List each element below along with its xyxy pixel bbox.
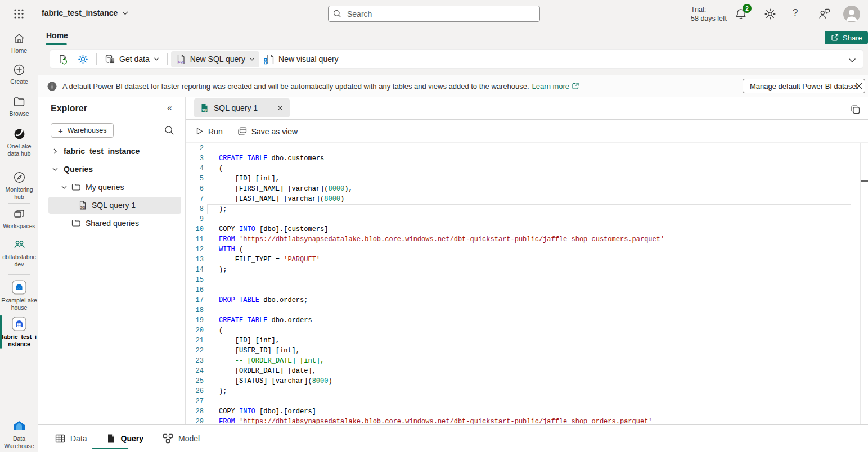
code-line[interactable]: 28COPY INTO [dbo].[orders] bbox=[186, 406, 860, 417]
plus-icon: + bbox=[58, 126, 63, 135]
code-line[interactable]: 25 [STATUS] [varchar](8000) bbox=[186, 376, 860, 386]
workspace-people-icon bbox=[13, 238, 26, 251]
code-line[interactable]: 18 bbox=[186, 305, 860, 315]
run-play-icon bbox=[195, 127, 204, 135]
tree-item-queries[interactable]: Queries bbox=[48, 161, 181, 178]
code-line[interactable]: 17DROP TABLE dbo.orders; bbox=[186, 295, 860, 305]
manage-default-dataset-button[interactable]: Manage default Power BI dataset bbox=[743, 79, 865, 93]
share-button[interactable]: Share bbox=[825, 31, 868, 44]
code-line[interactable]: 12WITH ( bbox=[186, 245, 860, 255]
code-line[interactable]: 11FROM 'https://dbtlabsynapsedatalake.bl… bbox=[186, 234, 860, 245]
code-line[interactable]: 23 -- [ORDER_DATE] [int], bbox=[186, 356, 860, 366]
warehouse-icon bbox=[12, 317, 26, 331]
tree-item-sql-query-1[interactable]: SQL SQL query 1 bbox=[48, 197, 181, 214]
rail-item-onelake-data-hub[interactable]: OneLake data hub bbox=[0, 128, 38, 157]
code-line[interactable]: 10COPY INTO [dbo].[customers] bbox=[186, 224, 860, 234]
avatar[interactable] bbox=[843, 6, 860, 22]
rail-item-monitoring-hub[interactable]: Monitoring hub bbox=[0, 171, 38, 201]
rail-divider bbox=[8, 274, 30, 275]
run-button[interactable]: Run bbox=[195, 127, 223, 136]
rail-item-create[interactable]: Create bbox=[0, 64, 38, 85]
code-line[interactable]: 19CREATE TABLE dbo.orders bbox=[186, 315, 860, 326]
view-tab-data[interactable]: Data bbox=[55, 425, 87, 452]
feedback-icon[interactable] bbox=[818, 8, 830, 20]
code-line[interactable]: 4( bbox=[186, 164, 860, 174]
rail-item-examplelakehouse[interactable]: ExampleLakehouse bbox=[0, 280, 38, 311]
code-line[interactable]: 29FROM 'https://dbtlabsynapsedatalake.bl… bbox=[186, 417, 860, 424]
refresh-button[interactable] bbox=[53, 51, 73, 67]
code-line[interactable]: 16 bbox=[186, 285, 860, 295]
learn-more-link[interactable]: Learn more bbox=[532, 82, 579, 91]
ribbon-collapse-chevron-icon[interactable] bbox=[848, 58, 856, 63]
help-icon[interactable]: ? bbox=[793, 7, 798, 19]
workspace-switcher[interactable]: fabric_test_instance bbox=[42, 8, 128, 17]
person-icon bbox=[843, 6, 860, 22]
warehouses-label: Warehouses bbox=[68, 126, 107, 134]
tab-close-icon[interactable] bbox=[276, 104, 284, 112]
copy-icon[interactable] bbox=[851, 105, 861, 115]
get-data-button[interactable]: Get data bbox=[100, 51, 164, 67]
code-line[interactable]: 21 [ID] [int], bbox=[186, 336, 860, 346]
line-number: 21 bbox=[186, 336, 204, 346]
code-line[interactable]: 3CREATE TABLE dbo.customers bbox=[186, 153, 860, 164]
line-number: 5 bbox=[186, 174, 204, 184]
rail-item-workspaces[interactable]: Workspaces bbox=[0, 208, 38, 230]
code-line[interactable]: 9 bbox=[186, 214, 860, 224]
tree-item-shared-queries[interactable]: Shared queries bbox=[48, 215, 181, 232]
banner-close-icon[interactable] bbox=[854, 81, 864, 91]
line-number: 20 bbox=[186, 326, 204, 336]
code-line[interactable]: 5 [ID] [int], bbox=[186, 174, 860, 184]
tree-item-root-warehouse[interactable]: fabric_test_instance bbox=[48, 143, 181, 160]
tab-home[interactable]: Home bbox=[46, 31, 68, 40]
code-line[interactable]: 8); bbox=[186, 204, 860, 214]
editor-overview-ruler[interactable] bbox=[860, 143, 861, 424]
home-tab-active-indicator bbox=[46, 43, 67, 45]
rail-item-dbtlabsfabricdev[interactable]: dbtlabsfabricdev bbox=[0, 238, 38, 268]
line-number: 22 bbox=[186, 346, 204, 356]
code-line[interactable]: 2 bbox=[186, 143, 860, 153]
tree-shared-queries-label: Shared queries bbox=[86, 219, 139, 228]
chevron-down-icon bbox=[52, 166, 59, 173]
query-document-icon bbox=[106, 433, 116, 444]
settings-blue-gear-icon bbox=[78, 54, 88, 65]
code-line[interactable]: 15 bbox=[186, 275, 860, 285]
code-line[interactable]: 13 FILE_TYPE = 'PARQUET' bbox=[186, 255, 860, 265]
settings-button[interactable] bbox=[73, 51, 93, 67]
save-view-icon bbox=[237, 126, 247, 136]
code-line[interactable]: 26); bbox=[186, 386, 860, 396]
top-app-bar: fabric_test_instance Trial: 58 days left… bbox=[0, 0, 868, 28]
code-line[interactable]: 24 [ORDER_DATE] [date], bbox=[186, 366, 860, 376]
code-line[interactable]: 22 [USER_ID] [int], bbox=[186, 346, 860, 356]
fabric-app-window: fabric_test_instance Trial: 58 days left… bbox=[0, 0, 868, 452]
explorer-collapse-icon[interactable]: « bbox=[167, 103, 172, 113]
rail-item-browse[interactable]: Browse bbox=[0, 96, 38, 117]
query-tab-active-indicator bbox=[92, 448, 128, 449]
code-line[interactable]: 20( bbox=[186, 326, 860, 336]
explorer-search-icon[interactable] bbox=[164, 125, 174, 135]
chevron-down-icon bbox=[61, 184, 68, 191]
code-line[interactable]: 6 [FIRST_NAME] [varchar](8000), bbox=[186, 184, 860, 194]
code-line[interactable]: 14); bbox=[186, 265, 860, 275]
new-visual-query-button[interactable]: New visual query bbox=[259, 51, 343, 67]
search-input[interactable] bbox=[346, 9, 535, 19]
add-warehouses-button[interactable]: + Warehouses bbox=[51, 123, 114, 138]
onelake-icon bbox=[13, 128, 26, 141]
app-launcher-icon[interactable] bbox=[14, 8, 24, 19]
line-number: 14 bbox=[186, 265, 204, 275]
code-line[interactable]: 7 [LAST_NAME] [varchar](8000) bbox=[186, 194, 860, 204]
code-area[interactable]: 23CREATE TABLE dbo.customers4(5 [ID] [in… bbox=[186, 143, 860, 424]
rail-item-home[interactable]: Home bbox=[0, 33, 38, 55]
tree-item-my-queries[interactable]: My queries bbox=[48, 179, 181, 196]
code-line[interactable]: 27 bbox=[186, 396, 860, 406]
view-tab-model[interactable]: Model bbox=[163, 425, 200, 452]
rail-item-fabric-test-instance[interactable]: fabric_test_instance bbox=[0, 317, 38, 348]
visual-query-icon bbox=[264, 54, 275, 65]
ribbon-toolbar: Get data SQL New SQL query New visual qu… bbox=[50, 49, 863, 69]
view-tab-data-label: Data bbox=[70, 434, 87, 443]
view-switcher-bar: Data Query Model bbox=[38, 424, 868, 452]
new-sql-query-button[interactable]: SQL New SQL query bbox=[171, 51, 259, 67]
save-as-view-button[interactable]: Save as view bbox=[237, 126, 298, 136]
query-tab-sql-query-1[interactable]: SQL SQL query 1 bbox=[194, 98, 290, 117]
rail-item-data-warehouse[interactable]: Data Warehouse bbox=[0, 418, 38, 450]
settings-gear-icon[interactable] bbox=[764, 8, 776, 20]
